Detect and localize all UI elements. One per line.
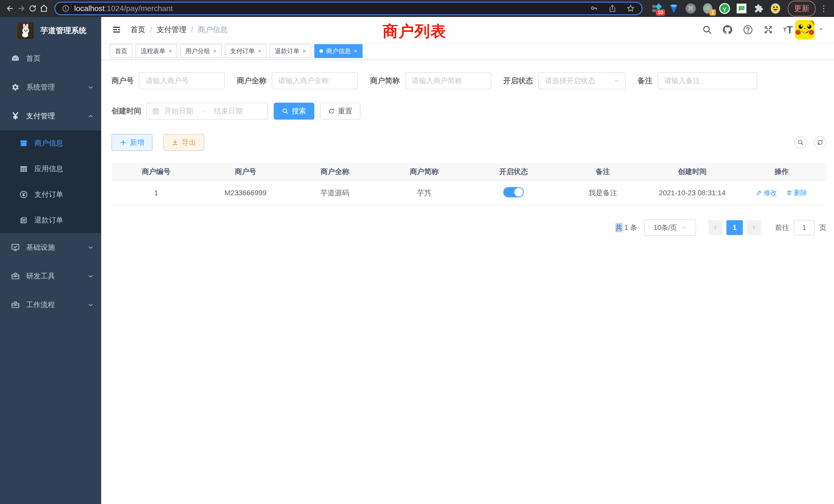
password-key-icon[interactable] bbox=[590, 4, 598, 13]
tab-merchant-info[interactable]: 商户信息× bbox=[314, 44, 363, 58]
remark-input[interactable] bbox=[658, 72, 757, 89]
close-icon[interactable]: × bbox=[169, 47, 172, 55]
sidebar-item-workflow[interactable]: 工作流程 bbox=[0, 291, 101, 319]
share-icon[interactable] bbox=[608, 4, 616, 13]
search-icon bbox=[282, 108, 289, 114]
page-number-1[interactable]: 1 bbox=[726, 220, 743, 235]
status-select[interactable]: 请选择开启状态 bbox=[538, 72, 626, 89]
sidebar-fold-icon[interactable] bbox=[111, 25, 122, 35]
tab-pay-order[interactable]: 支付订单× bbox=[225, 44, 266, 58]
goto-page-input[interactable] bbox=[794, 220, 815, 235]
reset-button[interactable]: 重置 bbox=[320, 102, 360, 120]
close-icon[interactable]: × bbox=[354, 47, 357, 55]
cell-status bbox=[469, 181, 558, 205]
reload-icon[interactable] bbox=[28, 3, 37, 14]
sidebar-item-app-info[interactable]: 应用信息 bbox=[0, 156, 101, 182]
download-icon bbox=[172, 139, 179, 146]
avatar-caret-icon[interactable] bbox=[818, 26, 824, 33]
browser-menu-icon[interactable]: ⋮ bbox=[820, 4, 828, 13]
date-range-picker[interactable]: 开始日期 - 结束日期 bbox=[146, 102, 267, 120]
merchant-name-label: 商户全称 bbox=[237, 76, 266, 86]
end-date-placeholder[interactable]: 结束日期 bbox=[214, 106, 243, 116]
extension-chat-icon[interactable] bbox=[736, 3, 747, 14]
sidebar-item-pay-order[interactable]: 支付订单 bbox=[0, 182, 101, 207]
sidebar-item-home[interactable]: 首页 bbox=[0, 44, 101, 73]
add-button[interactable]: 新增 bbox=[111, 134, 153, 151]
refresh-button[interactable] bbox=[814, 136, 826, 148]
page-size-value: 10条/页 bbox=[654, 223, 677, 232]
sidebar-item-merchant-info[interactable]: 商户信息 bbox=[0, 130, 101, 156]
svg-text:⌘: ⌘ bbox=[688, 5, 694, 12]
sidebar-item-label: 首页 bbox=[26, 54, 94, 63]
close-icon[interactable]: × bbox=[258, 47, 261, 55]
github-icon[interactable] bbox=[722, 24, 733, 35]
col-remark: 备注 bbox=[558, 163, 648, 181]
app-logo[interactable]: 芋道管理系统 bbox=[0, 17, 101, 44]
sidebar-item-system[interactable]: 系统管理 bbox=[0, 73, 101, 101]
cell-merchant-name: 芋道源码 bbox=[290, 181, 379, 205]
fullscreen-icon[interactable] bbox=[763, 25, 773, 35]
bookmark-star-icon[interactable] bbox=[626, 4, 635, 13]
help-icon[interactable] bbox=[743, 24, 753, 35]
profile-avatar-emoji-icon[interactable] bbox=[770, 3, 781, 14]
sidebar-item-label: 基础设施 bbox=[26, 243, 87, 252]
sidebar-item-pay[interactable]: 支付管理 bbox=[0, 101, 101, 130]
total-count: 1 bbox=[624, 224, 628, 232]
delete-link[interactable]: 删除 bbox=[786, 188, 807, 197]
close-icon[interactable]: × bbox=[213, 47, 217, 55]
trash-icon bbox=[786, 190, 792, 196]
url-bar[interactable]: localhost:1024/pay/merchant bbox=[54, 2, 642, 15]
merchant-short-label: 商户简称 bbox=[370, 76, 400, 86]
sidebar-item-label: 系统管理 bbox=[26, 83, 87, 92]
sidebar-item-dev-tools[interactable]: 研发工具 bbox=[0, 262, 101, 291]
extension-yudao-icon[interactable]: y bbox=[719, 3, 730, 14]
edit-link[interactable]: 修改 bbox=[756, 188, 777, 197]
extension-command-icon[interactable]: ⌘ bbox=[685, 3, 696, 14]
sidebar-item-label: 商户信息 bbox=[35, 138, 94, 148]
annotation-title: 商户列表 bbox=[382, 21, 446, 42]
chevron-left-icon bbox=[712, 225, 719, 231]
search-icon[interactable] bbox=[702, 25, 712, 35]
extension-paraglider-icon[interactable] bbox=[668, 3, 679, 14]
col-merchant-name: 商户全称 bbox=[290, 163, 379, 181]
status-toggle[interactable] bbox=[503, 187, 524, 197]
browser-update-button[interactable]: 更新 bbox=[788, 1, 815, 17]
tab-process-form[interactable]: 流程表单× bbox=[136, 44, 177, 58]
font-size-icon[interactable]: TT bbox=[783, 24, 793, 36]
sidebar: 芋道管理系统 首页 系统管理 支付管理 bbox=[0, 17, 101, 504]
search-button[interactable]: 搜索 bbox=[274, 102, 314, 120]
chevron-right-icon bbox=[751, 225, 757, 231]
cell-merchant-short: 芋艿 bbox=[379, 181, 469, 205]
extension-devtools-icon[interactable]: 10 bbox=[651, 3, 662, 14]
start-date-placeholder[interactable]: 开始日期 bbox=[164, 106, 193, 116]
close-icon[interactable]: × bbox=[303, 47, 306, 55]
tab-home[interactable]: 首页 bbox=[110, 44, 132, 58]
breadcrumb-home[interactable]: 首页 bbox=[130, 25, 145, 35]
site-info-icon[interactable] bbox=[62, 5, 70, 12]
hide-search-button[interactable] bbox=[794, 136, 807, 148]
next-page-button[interactable] bbox=[747, 220, 761, 235]
forward-icon[interactable] bbox=[17, 3, 26, 14]
search-icon bbox=[797, 139, 804, 146]
breadcrumb-pay[interactable]: 支付管理 bbox=[157, 25, 186, 35]
refresh-icon bbox=[817, 139, 824, 146]
profile-sync-icon[interactable]: 1 bbox=[702, 3, 713, 14]
merchant-name-input[interactable] bbox=[272, 72, 358, 89]
cell-actions: 修改 删除 bbox=[737, 181, 826, 205]
merchant-short-input[interactable] bbox=[405, 72, 491, 89]
back-icon[interactable] bbox=[6, 3, 14, 14]
sidebar-item-refund-order[interactable]: 退款订单 bbox=[0, 207, 101, 233]
merchant-no-input[interactable] bbox=[139, 72, 225, 89]
user-avatar[interactable] bbox=[795, 20, 814, 40]
prev-page-button[interactable] bbox=[708, 220, 722, 235]
home-icon[interactable] bbox=[40, 3, 48, 14]
page-size-select[interactable]: 10条/页 bbox=[644, 220, 696, 236]
sidebar-item-infra[interactable]: 基础设施 bbox=[0, 233, 101, 262]
extensions-puzzle-icon[interactable] bbox=[753, 3, 764, 14]
sidebar-item-label: 支付订单 bbox=[35, 190, 94, 199]
tab-user-group[interactable]: 用户分组× bbox=[180, 44, 222, 58]
chevron-down-icon bbox=[87, 301, 94, 308]
export-button[interactable]: 导出 bbox=[163, 134, 204, 151]
remark-label: 备注 bbox=[638, 76, 653, 86]
tab-refund-order[interactable]: 退款订单× bbox=[270, 44, 311, 58]
